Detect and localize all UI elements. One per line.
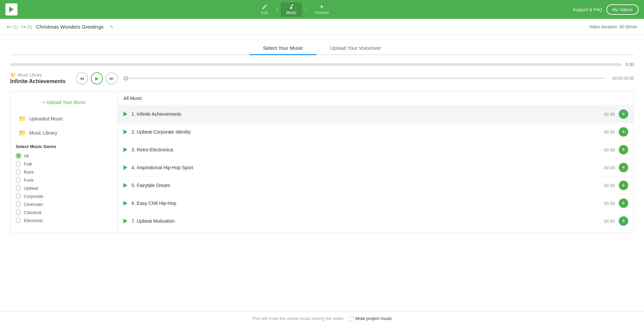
logo	[5, 3, 17, 15]
radio-circle	[16, 202, 21, 207]
my-videos-button[interactable]: My Videos	[606, 4, 639, 15]
genre-item-electronic[interactable]: Electronic	[16, 216, 112, 224]
music-library-folder-icon: 📁	[18, 129, 26, 137]
player-track-title: Infinite Achievements	[10, 78, 71, 84]
music-track-item[interactable]: 4. Inspirational Hip-Hop Sport 00:30 +	[118, 159, 634, 177]
nav-steps: Edit › Music › Preview	[256, 2, 334, 16]
add-track-button[interactable]: +	[619, 109, 628, 119]
add-track-button[interactable]: +	[619, 216, 628, 226]
play-triangle-icon	[123, 147, 127, 152]
music-track-list: 1. Infinite Achievements 00:30 + 2. Upbe…	[118, 105, 634, 233]
music-track-item[interactable]: 2. Upbeat Corporate Identity 00:30 +	[118, 123, 634, 141]
video-duration: Video duration: 00:30min	[589, 24, 637, 29]
music-track-item[interactable]: 7. Upbeat Motivation 00:30 +	[118, 212, 634, 230]
undo-redo-group: ↩ (1) ↪ (0)	[7, 23, 32, 31]
pencil-icon	[262, 4, 268, 10]
genre-item-all[interactable]: All	[16, 152, 112, 160]
upload-music-button[interactable]: + Upload Your Music	[16, 97, 112, 108]
play-button[interactable]: ▶	[91, 72, 103, 84]
project-title: Christmas Wonders Greetings	[36, 24, 104, 30]
genre-label: Corporate	[24, 194, 43, 199]
undo-count: (1)	[13, 25, 18, 29]
undo-button[interactable]: ↩ (1)	[7, 23, 18, 31]
track-name: 1. Infinite Achievements	[131, 111, 604, 117]
genre-section: Select Music Genre All Folk Rock Funk Up…	[16, 144, 112, 224]
track-name: 2. Upbeat Corporate Identity	[131, 129, 604, 135]
track-duration: 00:30	[604, 130, 615, 135]
track-name: 7. Upbeat Motivation	[131, 218, 604, 224]
radio-circle	[16, 193, 21, 199]
redo-button[interactable]: ↪ (0)	[21, 23, 32, 31]
progress-track[interactable]	[10, 63, 621, 66]
uploaded-music-folder[interactable]: 📁 Uploaded Music	[16, 112, 112, 126]
genre-item-classical[interactable]: Classical	[16, 208, 112, 216]
radio-circle	[16, 210, 21, 215]
radio-circle	[16, 218, 21, 223]
player-track-thumb	[124, 76, 128, 80]
track-name: 5. Fairytale Dream	[131, 183, 604, 188]
nav-arrow-2: ›	[305, 6, 306, 12]
genre-item-cinematic[interactable]: Cinematic	[16, 200, 112, 208]
nav-step-music[interactable]: Music	[281, 2, 302, 16]
main-content: Select Your Music Upload Your Voiceover …	[0, 35, 644, 312]
track-duration: 00:30	[604, 201, 615, 206]
genre-item-rock[interactable]: Rock	[16, 168, 112, 176]
music-track-item[interactable]: 5. Fairytale Dream 00:30 +	[118, 177, 634, 194]
play-triangle-icon	[123, 183, 127, 188]
tab-select-music[interactable]: Select Your Music	[250, 42, 316, 55]
top-nav-right: Support & FAQ My Videos	[573, 4, 639, 15]
add-track-button[interactable]: +	[619, 127, 628, 137]
add-track-button[interactable]: +	[619, 181, 628, 190]
genre-item-funk[interactable]: Funk	[16, 176, 112, 184]
music-track-item[interactable]: 8. Inspiring Storytelling 00:30 +	[118, 230, 634, 233]
music-library-folder[interactable]: 📁 Music Library	[16, 126, 112, 140]
logo-icon	[8, 6, 14, 13]
add-track-button[interactable]: +	[619, 145, 628, 154]
uploaded-music-label: Uploaded Music	[29, 116, 63, 121]
play-triangle-icon	[123, 165, 127, 170]
breadcrumb-bar: ↩ (1) ↪ (0) Christmas Wonders Greetings …	[0, 19, 644, 35]
skip-forward-button[interactable]: ⏭	[106, 72, 118, 84]
genre-label: Rock	[24, 170, 34, 175]
genre-label: All	[24, 153, 29, 158]
folder-icon: 📁	[10, 72, 16, 78]
track-duration: 00:30	[604, 183, 615, 188]
nav-arrow-1: ›	[276, 6, 278, 12]
player-section: 📁 Music Library Infinite Achievements ⏮ …	[10, 72, 634, 84]
genre-item-folk[interactable]: Folk	[16, 160, 112, 168]
radio-circle	[16, 169, 21, 175]
tab-upload-voiceover[interactable]: Upload Your Voiceover	[316, 42, 394, 55]
music-track-item[interactable]: 1. Infinite Achievements 00:30 +	[118, 105, 634, 123]
nav-step-preview[interactable]: Preview	[309, 2, 335, 16]
play-triangle-icon	[123, 112, 127, 116]
left-panel: + Upload Your Music 📁 Uploaded Music 📁 M…	[10, 92, 118, 233]
track-duration: 00:30	[604, 165, 615, 170]
genre-item-upbeat[interactable]: Upbeat	[16, 184, 112, 192]
music-track-item[interactable]: 3. Retro-Electronica 00:30 +	[118, 141, 634, 159]
progress-fill	[10, 63, 621, 66]
radio-circle	[16, 177, 21, 183]
track-name: 4. Inspirational Hip-Hop Sport	[131, 165, 604, 170]
play-triangle-icon	[123, 130, 127, 134]
add-track-button[interactable]: +	[619, 198, 628, 208]
music-library-label: Music Library	[29, 130, 57, 136]
genre-item-corporate[interactable]: Corporate	[16, 192, 112, 200]
nav-step-edit[interactable]: Edit	[256, 2, 274, 16]
two-column-layout: + Upload Your Music 📁 Uploaded Music 📁 M…	[10, 91, 634, 233]
edit-title-icon[interactable]: ✎	[110, 24, 114, 30]
support-faq-link[interactable]: Support & FAQ	[573, 7, 602, 12]
uploaded-folder-icon: 📁	[18, 115, 26, 122]
genre-label: Upbeat	[24, 186, 38, 191]
right-panel: All Music 1. Infinite Achievements 00:30…	[118, 92, 634, 233]
player-track-bar[interactable]	[126, 78, 604, 79]
logo-area	[5, 3, 17, 15]
player-library-label: 📁 Music Library	[10, 72, 71, 78]
add-track-button[interactable]: +	[619, 163, 628, 172]
music-track-item[interactable]: 6. Easy Chill Hip-Hop 00:30 +	[118, 194, 634, 212]
skip-back-button[interactable]: ⏮	[76, 72, 88, 84]
progress-time: 0:30	[626, 62, 634, 67]
music-list-header: All Music	[118, 92, 634, 105]
player-controls: ⏮ ▶ ⏭	[76, 72, 118, 84]
play-triangle-icon	[123, 219, 127, 223]
radio-circle	[16, 161, 21, 167]
